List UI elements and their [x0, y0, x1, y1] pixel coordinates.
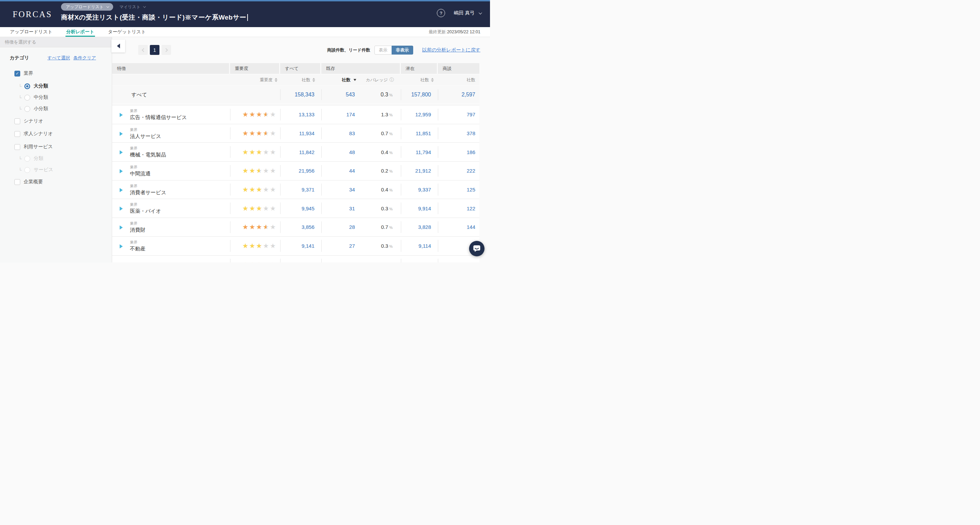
all-count[interactable]: 13,133: [299, 112, 321, 117]
expand-row-icon[interactable]: [120, 113, 123, 117]
radio-icon[interactable]: [24, 95, 30, 101]
help-icon[interactable]: ?: [437, 9, 445, 17]
potential-count[interactable]: 10,471: [415, 262, 438, 263]
row-feature-name[interactable]: 中間流通: [130, 171, 151, 177]
row-feature-name[interactable]: 法人サービス: [130, 133, 161, 140]
expand-row-icon[interactable]: [120, 169, 123, 173]
prev-page-button[interactable]: [138, 45, 148, 55]
last-updated: 最終更新: 2023/05/22 12:01: [429, 27, 480, 37]
potential-count[interactable]: 9,114: [419, 243, 438, 249]
all-count[interactable]: 10,498: [299, 262, 321, 263]
tab-analysis-report[interactable]: 分析レポート: [65, 27, 95, 37]
row-feature-name[interactable]: 医薬・バイオ: [130, 208, 161, 214]
coverage-value: 0.7%: [381, 130, 401, 136]
potential-count[interactable]: 11,851: [415, 130, 438, 136]
sidebar-item-minor-class: └小分類: [0, 105, 112, 113]
checkbox-icon[interactable]: [14, 144, 20, 150]
all-count[interactable]: 9,371: [301, 187, 321, 193]
summary-potential-count[interactable]: 157,800: [411, 92, 438, 98]
potential-count[interactable]: 11,794: [415, 149, 438, 155]
clear-conditions-link[interactable]: 条件クリア: [73, 55, 96, 61]
deal-count[interactable]: 222: [467, 168, 479, 174]
deal-count[interactable]: 797: [467, 112, 479, 117]
deal-count[interactable]: 125: [467, 187, 479, 193]
potential-count[interactable]: 9,914: [418, 206, 438, 211]
existing-count[interactable]: 27: [349, 243, 362, 249]
coverage-value: 0.3%: [381, 243, 401, 249]
potential-count[interactable]: 3,828: [418, 224, 438, 230]
existing-count[interactable]: 31: [349, 206, 362, 211]
sort-importance[interactable]: 重要度: [230, 77, 280, 83]
potential-count[interactable]: 9,337: [418, 187, 438, 193]
deal-count[interactable]: 144: [467, 224, 479, 230]
summary-row: すべて 158,343 543 0.3% 157,800 2,597: [112, 86, 479, 103]
mylist-dropdown[interactable]: マイリスト: [119, 4, 145, 10]
row-feature-name[interactable]: 消費者サービス: [130, 190, 166, 196]
deal-count[interactable]: 186: [467, 149, 479, 155]
existing-count[interactable]: 25: [349, 262, 362, 263]
page-title[interactable]: 商材Xの受注リスト(受注・商談・リード)※マーケ系Webサー: [61, 13, 246, 22]
hide-button[interactable]: 非表示: [391, 46, 414, 54]
sort-existing-count[interactable]: 社数: [321, 77, 362, 83]
expand-row-icon[interactable]: [120, 244, 123, 249]
checkbox-icon[interactable]: [14, 118, 20, 124]
table-row: 業界★★★★★★★★★★10,498250.2%10,471103: [112, 255, 479, 263]
row-category-label: 業界: [130, 202, 161, 207]
existing-count[interactable]: 44: [349, 168, 362, 174]
page-1-button[interactable]: 1: [150, 45, 159, 55]
app-header: FORCAS アップロードリスト マイリスト 商材Xの受注リスト(受注・商談・リ…: [0, 0, 490, 27]
table-row: 業界消費者サービス★★★★★★★★★★9,371340.4%9,337125: [112, 180, 479, 199]
all-count[interactable]: 21,956: [299, 168, 321, 174]
expand-row-icon[interactable]: [120, 132, 123, 136]
potential-count[interactable]: 21,912: [415, 168, 438, 174]
category-tree: ✓業界└大分類└中分類└小分類シナリオ求人シナリオ利用サービス└分類└サービス企…: [0, 69, 112, 186]
sort-potential-count[interactable]: 社数: [401, 77, 438, 83]
summary-deal-count[interactable]: 2,597: [461, 92, 479, 98]
expand-row-icon[interactable]: [120, 188, 123, 192]
all-count[interactable]: 11,934: [299, 130, 321, 136]
all-count[interactable]: 9,141: [301, 243, 321, 249]
existing-count[interactable]: 48: [349, 149, 362, 155]
radio-selected-icon[interactable]: [24, 83, 30, 89]
importance-star-rating: ★★★★★★★★★★: [242, 243, 277, 249]
row-feature-name[interactable]: 機械・電気製品: [130, 152, 166, 158]
tab-upload-list[interactable]: アップロードリスト: [9, 27, 53, 37]
summary-all-count[interactable]: 158,343: [294, 92, 321, 98]
deal-count[interactable]: 122: [467, 206, 479, 211]
deal-count[interactable]: 378: [467, 130, 479, 136]
checkbox-icon[interactable]: [14, 131, 20, 137]
existing-count[interactable]: 28: [349, 224, 362, 230]
previous-report-link[interactable]: 以前の分析レポートに戻す: [422, 47, 480, 53]
select-all-link[interactable]: すべて選択: [47, 55, 70, 61]
all-count[interactable]: 9,945: [301, 206, 321, 211]
show-button[interactable]: 表示: [374, 46, 391, 54]
row-feature-name[interactable]: 消費財: [130, 227, 145, 233]
list-type-dropdown[interactable]: アップロードリスト: [61, 3, 113, 11]
tab-target-list[interactable]: ターゲットリスト: [107, 27, 146, 37]
row-category-label: 業界: [130, 146, 166, 151]
info-icon[interactable]: ⓘ: [390, 77, 394, 83]
user-menu[interactable]: 嶋田 真弓: [454, 10, 481, 16]
summary-existing-count[interactable]: 543: [346, 92, 362, 98]
collapse-panel-button[interactable]: [111, 40, 125, 53]
expand-row-icon[interactable]: [120, 207, 123, 211]
row-feature-name[interactable]: 広告・情報通信サービス: [130, 114, 187, 121]
expand-row-icon[interactable]: [120, 225, 123, 230]
next-page-button[interactable]: [162, 45, 171, 55]
all-count[interactable]: 3,856: [301, 224, 321, 230]
expand-row-icon[interactable]: [120, 150, 123, 155]
existing-count[interactable]: 34: [349, 187, 362, 193]
checkbox-checked-icon[interactable]: ✓: [14, 71, 20, 77]
potential-count[interactable]: 12,959: [415, 112, 438, 117]
deal-count[interactable]: 103: [467, 262, 479, 263]
checkbox-icon[interactable]: [14, 179, 20, 185]
all-count[interactable]: 11,842: [299, 149, 321, 155]
col-header-deal: 商談: [438, 63, 479, 74]
radio-icon[interactable]: [24, 106, 30, 112]
existing-count[interactable]: 83: [349, 130, 362, 136]
existing-count[interactable]: 174: [346, 112, 362, 117]
sort-all-count[interactable]: 社数: [280, 77, 321, 83]
chat-widget-button[interactable]: [469, 241, 485, 256]
row-feature-name[interactable]: 不動産: [130, 246, 145, 252]
table-row: 業界法人サービス★★★★★★★★★★11,934830.7%11,851378: [112, 124, 479, 143]
